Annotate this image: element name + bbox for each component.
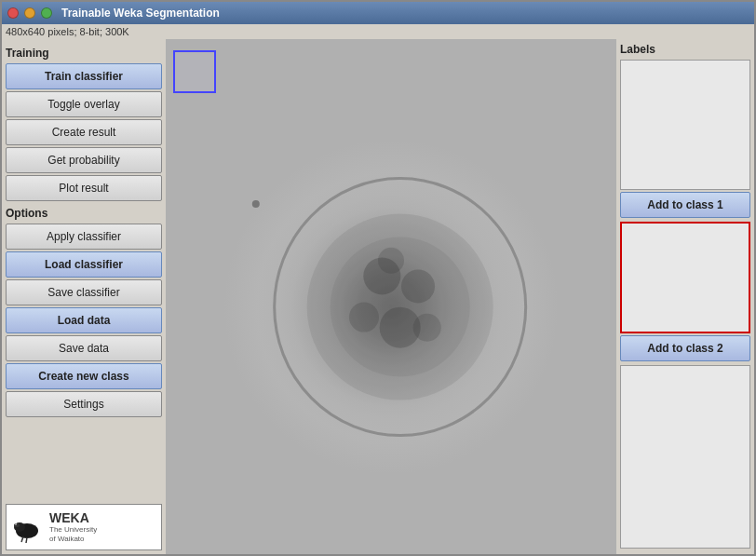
save-classifier-button[interactable]: Save classifier <box>6 279 162 305</box>
train-classifier-button[interactable]: Train classifier <box>6 63 162 89</box>
svg-point-2 <box>14 523 20 527</box>
settings-button[interactable]: Settings <box>6 391 162 417</box>
info-bar: 480x640 pixels; 8-bit; 300K <box>2 24 754 39</box>
right-panel: Labels Add to class 1 Add to class 2 <box>616 39 754 554</box>
get-probability-button[interactable]: Get probability <box>6 147 162 173</box>
svg-point-13 <box>349 303 379 332</box>
load-classifier-button[interactable]: Load classifier <box>6 251 162 278</box>
main-content: Training Train classifier Toggle overlay… <box>2 39 754 554</box>
labels-title: Labels <box>620 43 750 56</box>
toggle-overlay-button[interactable]: Toggle overlay <box>6 91 162 117</box>
image-canvas[interactable] <box>166 39 616 554</box>
weka-subtitle-1: The University <box>49 525 97 535</box>
close-button[interactable] <box>7 7 19 19</box>
create-new-class-button[interactable]: Create new class <box>6 363 162 389</box>
image-info: 480x640 pixels; 8-bit; 300K <box>6 26 129 37</box>
selection-rectangle <box>173 50 216 93</box>
titlebar: Trainable Weka Segmentation <box>2 2 754 24</box>
add-to-class-1-button[interactable]: Add to class 1 <box>620 192 750 218</box>
training-section-label: Training <box>6 47 162 60</box>
class-3-area <box>620 365 750 549</box>
svg-point-16 <box>252 200 260 208</box>
minimize-button[interactable] <box>24 7 35 19</box>
svg-line-5 <box>26 537 27 543</box>
window-title: Trainable Weka Segmentation <box>61 7 220 20</box>
svg-point-11 <box>401 269 435 303</box>
add-to-class-2-button[interactable]: Add to class 2 <box>620 335 750 361</box>
weka-subtitle-2: of Waikato <box>49 535 97 544</box>
svg-point-14 <box>413 314 441 342</box>
class-2-area <box>620 222 750 333</box>
apply-classifier-button[interactable]: Apply classifier <box>6 224 162 250</box>
create-result-button[interactable]: Create result <box>6 119 162 145</box>
plot-result-button[interactable]: Plot result <box>6 175 162 201</box>
class-1-area <box>620 60 750 190</box>
weka-bird-icon <box>10 510 44 544</box>
main-window: Trainable Weka Segmentation 480x640 pixe… <box>0 0 756 556</box>
maximize-button[interactable] <box>41 7 52 19</box>
options-section-label: Options <box>6 207 162 220</box>
left-panel: Training Train classifier Toggle overlay… <box>2 39 166 554</box>
cell-overlay <box>166 39 616 554</box>
save-data-button[interactable]: Save data <box>6 335 162 361</box>
load-data-button[interactable]: Load data <box>6 307 162 333</box>
svg-point-15 <box>378 248 404 274</box>
svg-point-6 <box>15 523 17 525</box>
cell-image <box>166 39 616 554</box>
weka-title: WEKA <box>49 510 97 525</box>
weka-text: WEKA The University of Waikato <box>49 510 97 545</box>
weka-logo: WEKA The University of Waikato <box>6 504 162 550</box>
